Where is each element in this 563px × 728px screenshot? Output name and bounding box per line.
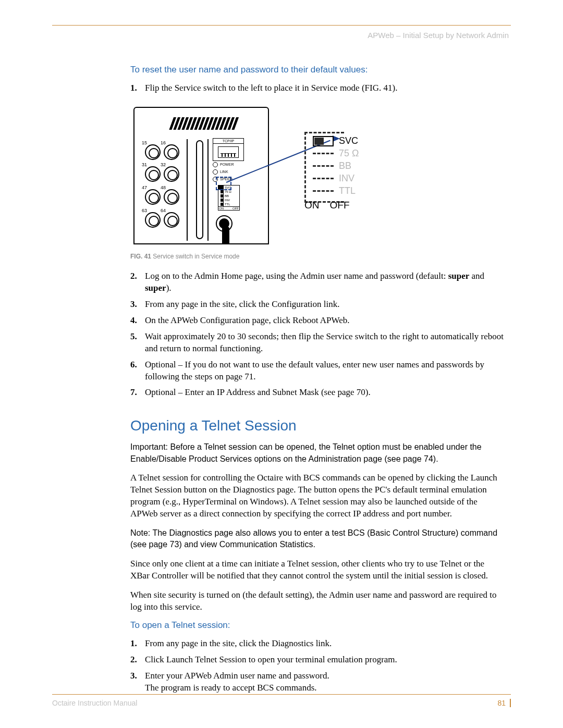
- bnc-port: [164, 166, 179, 182]
- top-rule: [52, 25, 511, 26]
- step-3: 3. From any page in the site, click the …: [130, 299, 506, 311]
- port-label-16: 16: [161, 140, 166, 145]
- telnet-steps: 1. From any page in the site, click the …: [130, 638, 506, 694]
- reset-steps: 1. Flip the Service switch to the left t…: [130, 82, 506, 94]
- step-text: Flip the Service switch to the left to p…: [145, 82, 506, 94]
- tcpip-module: TCP/IP: [213, 138, 244, 161]
- telnet-sub: To open a Telnet session:: [130, 620, 506, 631]
- step-4: 4. On the APWeb Configuration page, clic…: [130, 315, 506, 327]
- footer-manual: Octaire Instruction Manual: [52, 699, 137, 707]
- step-7: 7. Optional – Enter an IP Address and Su…: [130, 387, 506, 399]
- bnc-port: [145, 166, 161, 182]
- tcpip-label: TCP/IP: [213, 139, 243, 144]
- telnet-step-1: 1. From any page in the site, click the …: [130, 638, 506, 650]
- telnet-p2: Since only one client at a time can init…: [130, 558, 506, 582]
- figure-41: 15 16 31 32 47 48 63 64: [130, 104, 407, 250]
- zoom-inv: INV: [339, 173, 354, 184]
- footer: Octaire Instruction Manual 81: [52, 694, 511, 707]
- led-power: POWER: [213, 162, 234, 167]
- running-header: APWeb – Initial Setup by Network Admin: [52, 31, 511, 40]
- reset-steps-cont: 2. Log on to the Admin Home page, using …: [130, 270, 506, 399]
- port-label-64: 64: [161, 208, 166, 213]
- footer-page: 81: [497, 699, 511, 707]
- bnc-port: [164, 189, 179, 205]
- step-text: Wait approximately 20 to 30 seconds; the…: [145, 331, 506, 355]
- zoom-detail: SVC 75 Ω BB INV TTL ONOFF: [313, 135, 386, 211]
- step-1: 1. Flip the Service switch to the left t…: [130, 82, 506, 94]
- telnet-step-2: 2. Click Launch Telnet Session to open y…: [130, 654, 506, 666]
- port-label-63: 63: [142, 208, 147, 213]
- step-text: From any page in the site, click the Dia…: [145, 638, 506, 650]
- bnc-port: [164, 212, 179, 228]
- bnc-port: [145, 144, 161, 160]
- step-text: On the APWeb Configuration page, click R…: [145, 315, 506, 327]
- led-link: LINK: [213, 169, 228, 175]
- telnet-p1: A Telnet session for controlling the Oct…: [130, 472, 506, 520]
- step-text: Log on to the Admin Home page, using the…: [145, 270, 506, 294]
- step-text: From any page in the site, click the Con…: [145, 299, 506, 311]
- figure-caption: FIG. 41 Service switch in Service mode: [130, 253, 506, 260]
- port-label-15: 15: [142, 140, 147, 145]
- callout-source: [216, 177, 231, 190]
- reset-heading: To reset the user name and password to t…: [130, 65, 506, 75]
- port-label-47: 47: [142, 185, 147, 190]
- content: To reset the user name and password to t…: [52, 65, 511, 694]
- telnet-step-3: 3. Enter your APWeb Admin user name and …: [130, 670, 506, 694]
- step-text: Enter your APWeb Admin user name and pas…: [145, 670, 506, 694]
- zoom-ohm: 75 Ω: [339, 148, 359, 159]
- port-label-48: 48: [161, 185, 166, 190]
- port-label-31: 31: [142, 162, 147, 167]
- zoom-bb: BB: [339, 161, 351, 171]
- zoom-off: OFF: [330, 200, 350, 211]
- bnc-port: [145, 189, 161, 205]
- device-drawing: 15 16 31 32 47 48 63 64: [133, 107, 274, 245]
- telnet-important: Important: Before a Telnet session can b…: [130, 441, 506, 465]
- zoom-ttl: TTL: [339, 186, 356, 196]
- step-2: 2. Log on to the Admin Home page, using …: [130, 270, 506, 294]
- figure-caption-label: FIG. 41: [130, 253, 151, 260]
- port-label-32: 32: [161, 162, 166, 167]
- page: APWeb – Initial Setup by Network Admin T…: [0, 0, 563, 728]
- telnet-heading: Opening a Telnet Session: [130, 417, 506, 434]
- step-5: 5. Wait approximately 20 to 30 seconds; …: [130, 331, 506, 355]
- telnet-note: Note: The Diagnostics page also allows y…: [130, 527, 506, 551]
- zoom-on: ON: [304, 200, 320, 211]
- step-text: Optional – Enter an IP Address and Subne…: [145, 387, 506, 399]
- figure-caption-text: Service switch in Service mode: [151, 253, 239, 260]
- zoom-svc: SVC: [339, 135, 358, 146]
- telnet-p3: When site security is turned on (the def…: [130, 589, 506, 613]
- step-text: Click Launch Telnet Session to open your…: [145, 654, 506, 666]
- bnc-port: [164, 144, 179, 160]
- vent-slots: [168, 117, 257, 132]
- bnc-port: [145, 212, 161, 228]
- step-text: Optional – If you do not want to use the…: [145, 359, 506, 383]
- step-6: 6. Optional – If you do not want to use …: [130, 359, 506, 383]
